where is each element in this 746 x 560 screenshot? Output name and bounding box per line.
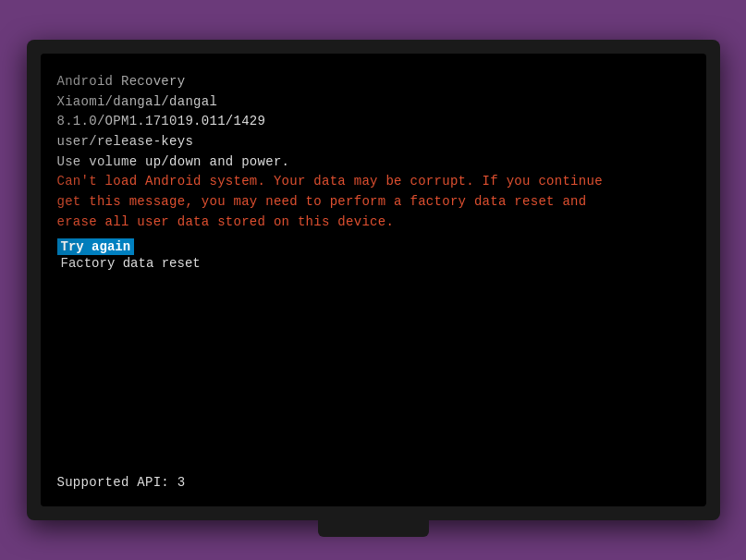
tv-outer: Android Recovery Xiaomi/dangal/dangal 8.…	[27, 40, 720, 520]
menu-item-try-again[interactable]: Try again	[57, 238, 690, 255]
tv-stand	[318, 518, 429, 537]
supported-api: Supported API: 3	[57, 473, 186, 493]
menu-container: Try again Factory data reset	[57, 238, 690, 272]
line-error2: get this message, you may need to perfor…	[57, 192, 690, 213]
footer-section: Supported API: 3	[57, 473, 186, 493]
line-device: Xiaomi/dangal/dangal	[57, 92, 690, 113]
tv-screen: Android Recovery Xiaomi/dangal/dangal 8.…	[41, 54, 706, 506]
line-keys: user/release-keys	[57, 132, 690, 152]
line-title: Android Recovery	[57, 72, 690, 92]
line-version: 8.1.0/OPM1.171019.011/1429	[57, 112, 690, 132]
menu-item-factory-reset[interactable]: Factory data reset	[57, 255, 690, 272]
line-error3: erase all user data stored on this devic…	[57, 213, 690, 233]
line-error1: Can't load Android system. Your data may…	[57, 172, 690, 192]
line-instruction: Use volume up/down and power.	[57, 152, 690, 173]
